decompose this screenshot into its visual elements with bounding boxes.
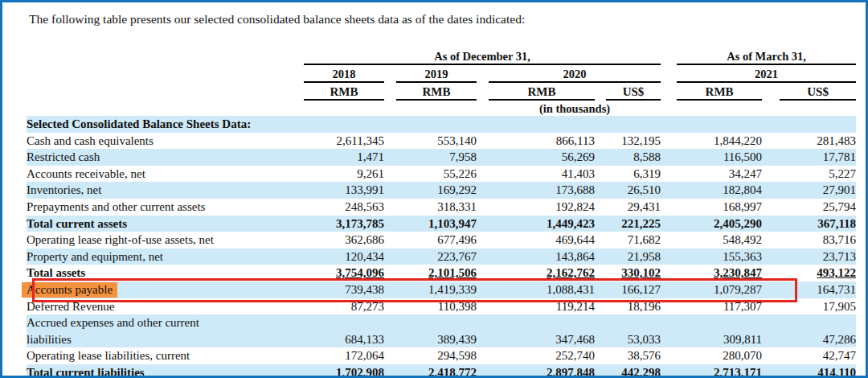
- column-spacer: [384, 347, 396, 364]
- column-spacer: [762, 149, 780, 166]
- column-spacer: [762, 199, 780, 216]
- row-label: liabilities: [27, 331, 304, 348]
- column-spacer: [762, 347, 780, 364]
- column-spacer: [477, 314, 489, 331]
- cell-value: 25,794: [780, 199, 856, 216]
- column-spacer: [384, 314, 396, 331]
- column-spacer: [384, 364, 396, 378]
- cell-value: 110,398: [396, 298, 477, 315]
- unit-usd-2020: US$: [606, 82, 661, 100]
- cell-value: 132,195: [606, 133, 661, 150]
- table-row: Operating lease right-of-use assets, net…: [27, 232, 856, 249]
- row-label: Total current liabilities: [27, 364, 304, 378]
- column-spacer: [661, 232, 677, 249]
- column-spacer: [384, 298, 396, 315]
- cell-value: 116,500: [677, 149, 762, 166]
- column-spacer: [384, 182, 396, 199]
- column-spacer: [384, 199, 396, 216]
- cell-value: 248,563: [304, 199, 384, 216]
- table-row: Operating lease liabilities, current172,…: [27, 347, 856, 364]
- cell-value: 6,319: [606, 166, 661, 183]
- cell-value: 309,811: [677, 331, 762, 348]
- unit-rmb-2019: RMB: [396, 82, 477, 100]
- unit-usd-2021: US$: [780, 82, 856, 100]
- column-spacer: [384, 265, 396, 281]
- cell-value: [489, 314, 595, 331]
- cell-value: 164,731: [780, 281, 856, 298]
- column-spacer: [661, 116, 677, 133]
- cell-value: 133,991: [304, 182, 384, 199]
- cell-value: 3,754,096: [304, 265, 384, 281]
- table-row: Accounts payable739,4381,419,3391,088,43…: [27, 281, 856, 298]
- cell-value: 23,713: [780, 249, 856, 265]
- cell-value: 548,492: [677, 232, 762, 249]
- scale-note-row: (in thousands): [27, 100, 856, 116]
- column-spacer: [477, 298, 489, 315]
- balance-sheet-table: As of December 31, As of March 31, 2018 …: [27, 47, 856, 378]
- column-spacer: [595, 331, 606, 348]
- col-header-2018: 2018: [304, 64, 384, 82]
- table-row: Prepayments and other current assets248,…: [27, 199, 856, 216]
- column-spacer: [477, 199, 489, 216]
- cell-value: 367,118: [780, 216, 856, 232]
- column-spacer: [477, 149, 489, 166]
- cell-value: 252,740: [489, 347, 595, 364]
- cell-value: 83,716: [780, 232, 856, 249]
- col-header-2021: 2021: [677, 64, 856, 82]
- cell-value: [677, 116, 762, 133]
- cell-value: 18,196: [606, 298, 661, 315]
- column-spacer: [595, 133, 606, 150]
- col-header-2019: 2019: [396, 64, 477, 82]
- column-spacer: [661, 281, 677, 298]
- column-spacer: [661, 347, 677, 364]
- column-spacer: [384, 149, 396, 166]
- cell-value: 182,804: [677, 182, 762, 199]
- document-page: The following table presents our selecte…: [0, 0, 868, 378]
- col-group-december: As of December 31,: [304, 47, 661, 64]
- table-row: Cash and cash equivalents2,611,345553,14…: [27, 133, 856, 150]
- unit-rmb-2020: RMB: [489, 82, 595, 100]
- unit-rmb-2018: RMB: [304, 82, 384, 100]
- column-spacer: [661, 149, 677, 166]
- column-spacer: [762, 232, 780, 249]
- column-spacer: [661, 265, 677, 281]
- cell-value: 362,686: [304, 232, 384, 249]
- cell-value: 27,901: [780, 182, 856, 199]
- column-spacer: [762, 331, 780, 348]
- cell-value: [780, 314, 856, 331]
- cell-value: 347,468: [489, 331, 595, 348]
- cell-value: 7,958: [396, 149, 477, 166]
- column-spacer: [762, 133, 780, 150]
- table-row: Total current liabilities1,702,9082,418,…: [27, 364, 856, 378]
- column-spacer: [477, 281, 489, 298]
- row-label: Total assets: [27, 265, 304, 281]
- cell-value: 1,079,287: [677, 281, 762, 298]
- cell-value: 38,576: [606, 347, 661, 364]
- row-label: Deferred Revenue: [27, 298, 304, 315]
- column-spacer: [661, 364, 677, 378]
- cell-value: 8,588: [606, 149, 661, 166]
- row-label: Prepayments and other current assets: [27, 199, 304, 216]
- column-spacer: [762, 166, 780, 183]
- column-spacer: [661, 199, 677, 216]
- column-spacer: [595, 149, 606, 166]
- cell-value: 21,958: [606, 249, 661, 265]
- cell-value: [489, 116, 595, 133]
- cell-value: 2,101,506: [396, 265, 477, 281]
- highlighted-label: Accounts payable: [22, 282, 117, 298]
- cell-value: 2,405,290: [677, 216, 762, 232]
- column-spacer: [661, 166, 677, 183]
- cell-value: 17,905: [780, 298, 856, 315]
- column-spacer: [477, 347, 489, 364]
- column-spacer: [595, 364, 606, 378]
- cell-value: 155,363: [677, 249, 762, 265]
- cell-value: [780, 116, 856, 133]
- cell-value: 469,644: [489, 232, 595, 249]
- table-body: Selected Consolidated Balance Sheets Dat…: [27, 116, 856, 378]
- column-spacer: [762, 314, 780, 331]
- cell-value: 119,214: [489, 298, 595, 315]
- column-spacer: [477, 364, 489, 378]
- row-label: Selected Consolidated Balance Sheets Dat…: [27, 116, 304, 133]
- table-row: Deferred Revenue87,273110,398119,21418,1…: [27, 298, 856, 315]
- column-spacer: [477, 116, 489, 133]
